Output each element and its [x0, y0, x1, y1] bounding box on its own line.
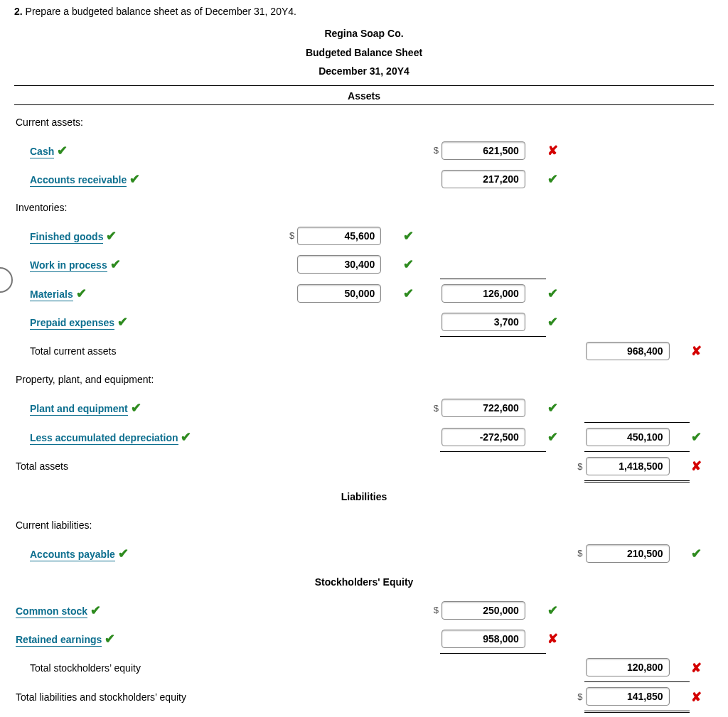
currency-symbol: $ [426, 394, 440, 423]
tlse-label: Total liabilities and stockholders’ equi… [14, 682, 282, 712]
check-icon: ✔ [403, 286, 414, 301]
cs-label[interactable]: Common stock [16, 605, 87, 618]
tlse-input[interactable] [586, 687, 670, 706]
ap-label[interactable]: Accounts payable [30, 549, 115, 561]
wip-input[interactable] [297, 255, 381, 274]
ar-input[interactable] [441, 170, 525, 188]
ppe-net-input[interactable] [586, 428, 670, 446]
fg-label[interactable]: Finished goods [30, 231, 103, 244]
x-icon: ✘ [691, 344, 702, 358]
ppe-header: Property, plant, and equipment: [14, 365, 714, 394]
current-assets-header: Current assets: [14, 108, 714, 136]
ppe-input[interactable] [441, 399, 525, 417]
section-assets: Assets [14, 86, 714, 105]
ta-label: Total assets [14, 451, 282, 481]
check-icon: ✔ [403, 257, 414, 271]
ta-input[interactable] [586, 457, 670, 475]
ap-input[interactable] [586, 544, 670, 563]
tse-label: Total stockholders’ equity [16, 662, 141, 674]
ar-label[interactable]: Accounts receivable [30, 174, 127, 187]
re-input[interactable] [441, 630, 525, 648]
cash-label[interactable]: Cash [30, 146, 54, 158]
check-icon: ✔ [129, 172, 140, 186]
section-liabilities: Liabilities [14, 481, 714, 511]
check-icon: ✔ [118, 546, 129, 561]
accdep-input[interactable] [441, 428, 525, 446]
prepaid-input[interactable] [441, 313, 525, 331]
balance-sheet-table: Current assets: Cash ✔ $ ✘ Accounts rece… [14, 108, 714, 713]
check-icon: ✔ [105, 632, 115, 646]
tca-input[interactable] [586, 342, 670, 360]
check-icon: ✔ [547, 286, 558, 301]
tse-input[interactable] [586, 658, 670, 676]
question-number: 2. [14, 6, 23, 17]
check-icon: ✔ [547, 430, 558, 444]
mat-input[interactable] [297, 284, 381, 303]
check-icon: ✔ [691, 430, 702, 444]
check-icon: ✔ [117, 315, 128, 329]
currency-symbol: $ [426, 136, 440, 165]
statement-date: December 31, 20Y4 [14, 62, 714, 81]
x-icon: ✘ [691, 459, 702, 473]
check-icon: ✔ [547, 603, 558, 618]
question-text: Prepare a budgeted balance sheet as of D… [23, 6, 296, 17]
tca-label: Total current assets [16, 345, 116, 357]
check-icon: ✔ [547, 315, 558, 329]
currency-symbol: $ [569, 451, 584, 481]
company-name: Regina Soap Co. [14, 24, 714, 43]
check-icon: ✔ [547, 172, 558, 186]
x-icon: ✘ [691, 661, 702, 675]
check-icon: ✔ [403, 229, 414, 243]
x-icon: ✘ [547, 632, 558, 646]
ppe-label[interactable]: Plant and equipment [30, 403, 128, 416]
check-icon: ✔ [110, 257, 121, 271]
check-icon: ✔ [547, 401, 558, 415]
check-icon: ✔ [90, 603, 101, 618]
x-icon: ✘ [547, 144, 558, 158]
prepaid-label[interactable]: Prepaid expenses [30, 317, 114, 330]
current-liab-header: Current liabilities: [14, 511, 714, 539]
section-equity: Stockholders' Equity [14, 568, 714, 596]
x-icon: ✘ [691, 690, 702, 704]
check-icon: ✔ [691, 546, 702, 561]
accdep-label[interactable]: Less accumulated depreciation [30, 432, 178, 445]
inventories-header: Inventories: [14, 193, 714, 222]
check-icon: ✔ [131, 401, 141, 415]
check-icon: ✔ [76, 286, 87, 301]
currency-symbol: $ [426, 596, 440, 625]
check-icon: ✔ [57, 144, 68, 158]
currency-symbol: $ [569, 539, 584, 568]
currency-symbol: $ [569, 682, 584, 712]
wip-label[interactable]: Work in process [30, 259, 107, 272]
inv-total-input[interactable] [441, 284, 525, 303]
mat-label[interactable]: Materials [30, 289, 73, 301]
fg-input[interactable] [297, 227, 381, 245]
cash-input[interactable] [441, 141, 525, 160]
check-icon: ✔ [181, 430, 191, 444]
cs-input[interactable] [441, 601, 525, 620]
re-label[interactable]: Retained earnings [16, 634, 102, 647]
side-nav-circle[interactable] [0, 267, 13, 293]
question-prompt: 2. Prepare a budgeted balance sheet as o… [14, 6, 714, 17]
currency-symbol: $ [282, 222, 296, 250]
check-icon: ✔ [106, 229, 117, 243]
statement-title: Budgeted Balance Sheet [14, 43, 714, 63]
